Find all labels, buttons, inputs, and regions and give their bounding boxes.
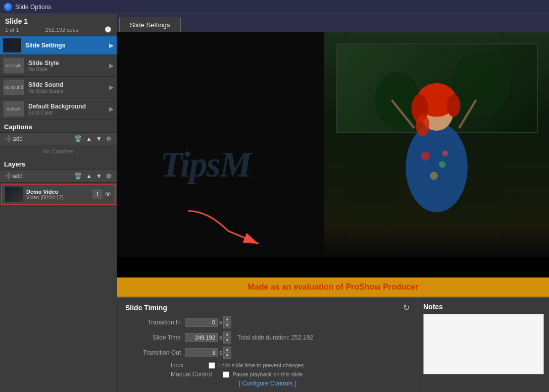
style-badge: no style <box>3 58 24 74</box>
captions-toolbar: ➕ add 🗑️ ▲ ▼ ⚙ <box>0 133 117 145</box>
layers-header: Layers <box>0 157 117 170</box>
bg-badge: default <box>3 101 24 117</box>
bg-chevron: ▶ <box>109 105 114 113</box>
svg-point-4 <box>439 161 445 167</box>
lock-label: Lock <box>171 362 183 369</box>
layer-thumbnail <box>5 187 23 202</box>
slide-settings-chevron: ▶ <box>109 42 114 49</box>
slide-duration: 252.192 secs <box>45 27 78 33</box>
captions-add-button[interactable]: ➕ add <box>3 134 25 143</box>
lock-checkbox[interactable] <box>209 362 215 369</box>
menu-item-background[interactable]: default Default Background Solid Color ▶ <box>0 98 117 120</box>
tab-header: Slide Settings <box>117 14 549 32</box>
slide-position: 1 of 1 <box>5 27 19 33</box>
manual-control-row: Manual Control Pause playback on this sl… <box>171 371 410 378</box>
layer-visibility-icon[interactable]: 👁 <box>105 190 112 198</box>
slide-settings-item[interactable]: Slide Settings ▶ <box>0 36 117 55</box>
slide-time-row: Slide Time s ▲ ▼ Total slide duration: 2… <box>125 331 410 344</box>
layers-settings-button[interactable]: ⚙ <box>104 172 114 181</box>
right-content: Slide Settings <box>117 14 549 392</box>
title-bar: Slide Options <box>0 0 549 14</box>
menu-item-sound[interactable]: no sound Slide Sound No Slide Sound ▶ <box>0 77 117 98</box>
captions-down-button[interactable]: ▼ <box>94 134 104 143</box>
svg-point-0 <box>454 55 510 117</box>
slide-time-label: Slide Time <box>125 334 181 341</box>
slide-time-unit: s <box>219 334 222 341</box>
transition-in-up[interactable]: ▲ <box>223 316 231 322</box>
svg-point-5 <box>430 172 438 180</box>
configure-controls-link[interactable]: [ Configure Controls ] <box>125 380 410 387</box>
sound-title: Slide Sound <box>28 81 109 88</box>
manual-control-label: Manual Control <box>171 371 212 378</box>
transition-out-input[interactable] <box>185 348 218 357</box>
captions-settings-button[interactable]: ⚙ <box>104 134 114 143</box>
sound-badge: no sound <box>3 79 24 95</box>
no-captions-text: No Captions <box>0 145 117 157</box>
svg-point-1 <box>375 72 420 128</box>
svg-point-2 <box>406 122 467 212</box>
transition-out-up[interactable]: ▲ <box>223 347 231 353</box>
svg-point-6 <box>442 150 448 156</box>
notes-section: Notes <box>418 298 549 392</box>
layer-type: Video (00:04:12) <box>26 195 92 200</box>
captions-title: Captions <box>4 123 32 131</box>
timing-section: Slide Timing ↻ Transition In s ▲ ▼ Slid <box>117 298 418 392</box>
sound-chevron: ▶ <box>109 84 114 91</box>
svg-point-3 <box>421 151 430 160</box>
layers-delete-button[interactable]: 🗑️ <box>72 172 84 181</box>
sound-subtitle: No Slide Sound <box>28 88 109 94</box>
notes-textarea[interactable] <box>423 314 544 374</box>
clock-icon: 🕐 <box>105 26 112 33</box>
slide-meta: 1 of 1 252.192 secs 🕐 <box>5 26 112 33</box>
total-duration-text: Total slide duration: 252.192 <box>237 334 313 341</box>
style-subtitle: No Style <box>28 67 109 72</box>
layers-up-button[interactable]: ▲ <box>84 172 94 181</box>
captions-delete-button[interactable]: 🗑️ <box>72 134 84 143</box>
captions-header: Captions <box>0 120 117 133</box>
slide-time-up[interactable]: ▲ <box>223 331 231 338</box>
layer-name: Demo Video <box>26 189 92 195</box>
transition-in-unit: s <box>219 319 222 326</box>
layer-item[interactable]: Demo Video Video (00:04:12) 1 👁 <box>1 184 116 205</box>
transition-in-input[interactable] <box>185 318 218 327</box>
slide-settings-label: Slide Settings <box>25 42 109 49</box>
bg-subtitle: Solid Color <box>28 110 109 116</box>
slide-time-down[interactable]: ▼ <box>223 338 231 344</box>
transition-out-label: Transition Out <box>125 349 181 356</box>
lock-row: Lock Lock slide time to prevent changes <box>171 362 410 369</box>
transition-in-row: Transition In s ▲ ▼ <box>125 316 410 328</box>
layers-title: Layers <box>4 160 25 168</box>
transition-in-label: Transition In <box>125 319 181 326</box>
timing-title: Slide Timing <box>125 304 167 312</box>
style-title: Slide Style <box>28 60 109 67</box>
tab-slide-settings[interactable]: Slide Settings <box>119 18 181 32</box>
manual-control-description: Pause playback on this slide <box>232 371 303 377</box>
bottom-panel: Slide Timing ↻ Transition In s ▲ ▼ Slid <box>117 297 549 392</box>
svg-point-13 <box>416 114 429 136</box>
transition-out-down[interactable]: ▼ <box>223 353 231 359</box>
timing-refresh-button[interactable]: ↻ <box>403 303 410 312</box>
eval-banner: Made as an evaluation of ProShow Produce… <box>117 277 549 297</box>
lock-description: Lock slide time to prevent changes <box>218 362 304 368</box>
layers-down-button[interactable]: ▼ <box>94 172 104 181</box>
layer-number: 1 <box>92 189 103 199</box>
layers-add-label: add <box>13 173 23 180</box>
manual-control-checkbox[interactable] <box>223 371 229 378</box>
slide-time-input[interactable] <box>185 333 218 342</box>
layers-toolbar: ➕ add 🗑️ ▲ ▼ ⚙ <box>0 170 117 183</box>
captions-up-button[interactable]: ▲ <box>84 134 94 143</box>
notes-title: Notes <box>423 303 544 311</box>
preview-area: TipsM Made as an evaluation of ProShow P… <box>117 32 549 297</box>
globe-icon <box>4 3 12 11</box>
svg-point-12 <box>447 94 461 117</box>
watermark: TipsM <box>161 144 251 186</box>
transition-in-down[interactable]: ▼ <box>223 322 231 328</box>
app-title: Slide Options <box>15 4 51 11</box>
menu-item-style[interactable]: no style Slide Style No Style ▶ <box>0 55 117 77</box>
slide-thumbnail <box>3 38 21 52</box>
transition-out-row: Transition Out s ▲ ▼ <box>125 347 410 359</box>
slide-title: Slide 1 <box>5 17 112 25</box>
layers-add-button[interactable]: ➕ add <box>3 172 25 181</box>
slide-header: Slide 1 1 of 1 252.192 secs 🕐 <box>0 14 117 36</box>
left-panel: Slide 1 1 of 1 252.192 secs 🕐 Slide Sett… <box>0 14 117 392</box>
